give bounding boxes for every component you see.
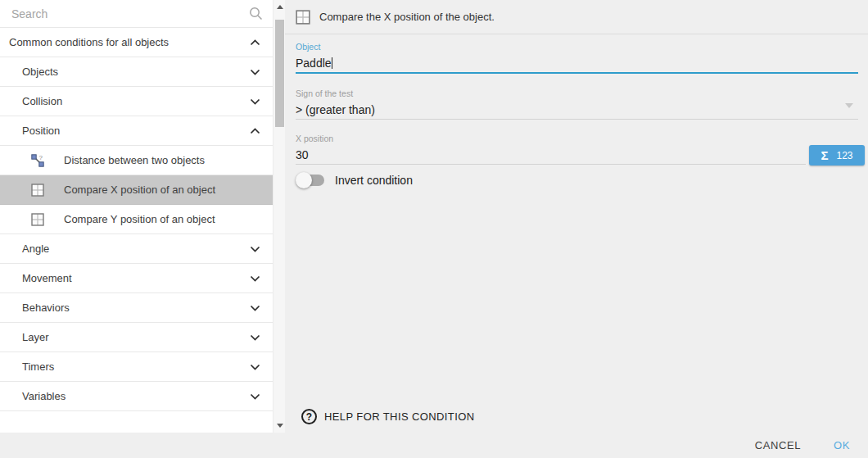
x-position-label: X position — [296, 134, 858, 143]
expression-editor-button[interactable]: Σ 123 — [809, 145, 865, 166]
sidebar-item-label: Distance between two objects — [64, 154, 205, 166]
chevron-down-icon — [250, 305, 260, 311]
toggle-thumb[interactable] — [296, 172, 312, 188]
sidebar-item-label: Variables — [22, 390, 66, 402]
sidebar-item-compare-x-position[interactable]: Compare X position of an object — [0, 175, 273, 205]
sidebar-item-behaviors[interactable]: Behaviors — [0, 293, 273, 323]
invert-condition-toggle[interactable] — [296, 172, 325, 188]
condition-tree: Common conditions for all objects Object… — [0, 28, 273, 411]
sidebar-item-label: Compare Y position of an object — [64, 213, 215, 225]
sidebar-item-collision[interactable]: Collision — [0, 87, 273, 116]
sign-field-value[interactable]: > (greater than) — [296, 102, 858, 117]
sidebar-item-label: Behaviors — [22, 302, 70, 314]
scroll-up-icon[interactable] — [274, 1, 286, 13]
chevron-down-icon — [250, 364, 260, 370]
dialog-actions: CANCEL OK — [0, 433, 868, 458]
sidebar-item-label: Common conditions for all objects — [9, 36, 169, 48]
object-field-label: Object — [296, 42, 858, 52]
condition-detail-panel: Compare the X position of the object. Ob… — [285, 0, 868, 433]
chevron-up-icon — [250, 128, 260, 134]
text-cursor — [332, 57, 332, 69]
sidebar-item-label: Movement — [22, 272, 72, 284]
condition-header: Compare the X position of the object. — [285, 0, 868, 34]
chevron-down-icon — [250, 246, 260, 252]
choose-condition-dialog: Common conditions for all objects Object… — [0, 0, 868, 458]
chevron-down-icon — [250, 69, 260, 75]
conditions-sidebar: Common conditions for all objects Object… — [0, 0, 285, 433]
cancel-button[interactable]: CANCEL — [755, 439, 801, 451]
object-field[interactable]: Object Paddle — [296, 42, 858, 74]
numbers-icon: 123 — [836, 151, 852, 161]
chevron-down-icon — [250, 98, 260, 105]
compare-x-position-icon — [296, 10, 310, 25]
condition-title: Compare the X position of the object. — [319, 11, 495, 23]
invert-condition-label: Invert condition — [335, 174, 413, 187]
compare-x-position-icon — [31, 184, 44, 197]
ok-button[interactable]: OK — [834, 439, 850, 451]
sidebar-item-label: Timers — [22, 361, 54, 373]
distance-icon: ? — [31, 154, 44, 167]
help-question-icon: ? — [301, 409, 317, 424]
sidebar-item-label: Objects — [22, 66, 58, 78]
sidebar-scrollbar[interactable] — [273, 0, 285, 433]
sidebar-item-movement[interactable]: Movement — [0, 264, 273, 293]
sidebar-item-label: Angle — [22, 243, 49, 255]
scrollbar-thumb[interactable] — [275, 20, 284, 127]
help-button[interactable]: ? HELP FOR THIS CONDITION — [301, 409, 475, 424]
sidebar-item-label: Layer — [22, 331, 49, 343]
sidebar-item-label: Compare X position of an object — [64, 184, 215, 196]
chevron-down-icon — [250, 393, 260, 400]
object-field-value[interactable]: Paddle — [296, 56, 858, 70]
object-field-underline — [296, 72, 858, 74]
dropdown-caret-icon — [845, 103, 853, 108]
search-icon — [249, 7, 263, 20]
chevron-down-icon — [250, 334, 260, 341]
x-position-value[interactable]: 30 — [296, 147, 858, 162]
scroll-down-icon[interactable] — [274, 419, 286, 432]
sidebar-item-label: Position — [22, 125, 60, 137]
chevron-up-icon — [250, 39, 260, 46]
sign-of-test-select[interactable]: Sign of the test > (greater than) — [296, 88, 858, 120]
sign-field-label: Sign of the test — [296, 88, 858, 98]
sidebar-item-objects[interactable]: Objects — [0, 57, 273, 87]
x-position-underline — [296, 164, 806, 165]
sidebar-item-compare-y-position[interactable]: Compare Y position of an object — [0, 205, 273, 234]
sidebar-item-angle[interactable]: Angle — [0, 234, 273, 264]
sidebar-item-layer[interactable]: Layer — [0, 323, 273, 352]
sigma-icon: Σ — [821, 149, 828, 161]
x-position-field[interactable]: X position 30 Σ 123 — [296, 134, 858, 165]
search-input[interactable] — [0, 0, 273, 27]
help-button-label: HELP FOR THIS CONDITION — [324, 410, 475, 423]
sidebar-item-common-conditions[interactable]: Common conditions for all objects — [0, 28, 273, 57]
sidebar-item-position[interactable]: Position — [0, 116, 273, 146]
compare-y-position-icon — [31, 213, 44, 226]
search-row — [0, 0, 273, 28]
sidebar-item-label: Collision — [22, 95, 62, 107]
sidebar-item-variables[interactable]: Variables — [0, 382, 273, 411]
invert-condition-row: Invert condition — [296, 171, 413, 189]
sidebar-item-timers[interactable]: Timers — [0, 352, 273, 382]
sidebar-item-distance-between-two-objects[interactable]: ? Distance between two objects — [0, 146, 273, 175]
chevron-down-icon — [250, 275, 260, 282]
sign-field-underline — [296, 119, 858, 120]
svg-text:?: ? — [39, 154, 43, 161]
